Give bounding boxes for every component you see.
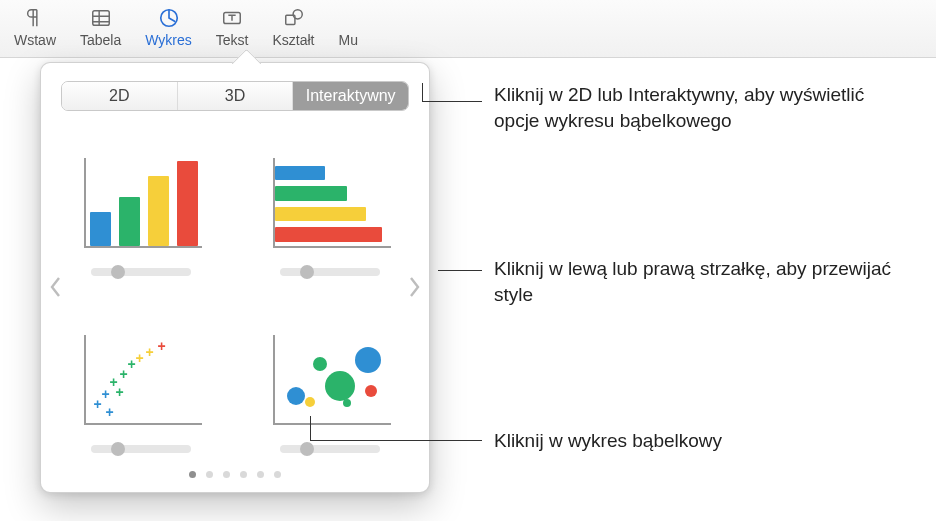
toolbar: Wstaw Tabela Wykres Tekst Kształt Mu — [0, 0, 936, 58]
tool-shape[interactable]: Kształt — [273, 6, 315, 48]
svg-point-4 — [293, 10, 302, 19]
chart-thumb-bar-vertical[interactable] — [61, 121, 220, 276]
tool-label: Tabela — [80, 32, 121, 48]
textbox-icon — [219, 6, 245, 30]
tool-label: Wstaw — [14, 32, 56, 48]
pager-dot[interactable] — [223, 471, 230, 478]
callout-arrows: Kliknij w lewą lub prawą strzałkę, aby p… — [494, 256, 924, 307]
thumb-slider[interactable] — [91, 268, 191, 276]
callout-tabs: Kliknij w 2D lub Interaktywny, aby wyświ… — [494, 82, 914, 133]
tool-chart[interactable]: Wykres — [145, 6, 192, 48]
chart-preview-icon — [76, 150, 206, 260]
callout-line — [422, 101, 482, 102]
shapes-icon — [281, 6, 307, 30]
tool-label: Tekst — [216, 32, 249, 48]
tab-3d[interactable]: 3D — [177, 82, 293, 110]
svg-rect-0 — [92, 11, 109, 26]
chart-dimension-segmented: 2D 3D Interaktywny — [61, 81, 409, 111]
pager-dots — [41, 471, 429, 478]
thumb-slider[interactable] — [91, 445, 191, 453]
tool-label: Wykres — [145, 32, 192, 48]
chart-thumb-bubble[interactable] — [250, 298, 409, 453]
pilcrow-icon — [22, 6, 48, 30]
tool-table[interactable]: Tabela — [80, 6, 121, 48]
tab-2d[interactable]: 2D — [62, 82, 177, 110]
pager-dot[interactable] — [257, 471, 264, 478]
callout-line — [310, 416, 311, 440]
callout-bubble: Kliknij w wykres bąbelkowy — [494, 428, 914, 454]
chart-preview-icon: + + + + + + + + + + — [76, 327, 206, 437]
chart-picker-popover: 2D 3D Interaktywny — [40, 62, 430, 493]
table-icon — [88, 6, 114, 30]
chart-thumb-scatter-plus[interactable]: + + + + + + + + + + — [61, 298, 220, 453]
chart-style-grid: + + + + + + + + + + — [61, 121, 409, 453]
callout-line — [310, 440, 482, 441]
thumb-slider[interactable] — [280, 445, 380, 453]
tool-insert[interactable]: Wstaw — [14, 6, 56, 48]
pager-dot[interactable] — [240, 471, 247, 478]
callout-line — [438, 270, 482, 271]
callout-line — [422, 83, 423, 101]
tool-label: Mu — [339, 32, 358, 48]
pager-dot[interactable] — [206, 471, 213, 478]
chart-thumb-bar-horizontal[interactable] — [250, 121, 409, 276]
tab-interactive[interactable]: Interaktywny — [292, 82, 408, 110]
thumb-slider[interactable] — [280, 268, 380, 276]
pie-icon — [156, 6, 182, 30]
tool-label: Kształt — [273, 32, 315, 48]
tool-media-truncated[interactable]: Mu — [339, 6, 358, 48]
pager-dot[interactable] — [274, 471, 281, 478]
pager-dot[interactable] — [189, 471, 196, 478]
tool-text[interactable]: Tekst — [216, 6, 249, 48]
chart-preview-icon — [265, 150, 395, 260]
chart-preview-icon — [265, 327, 395, 437]
